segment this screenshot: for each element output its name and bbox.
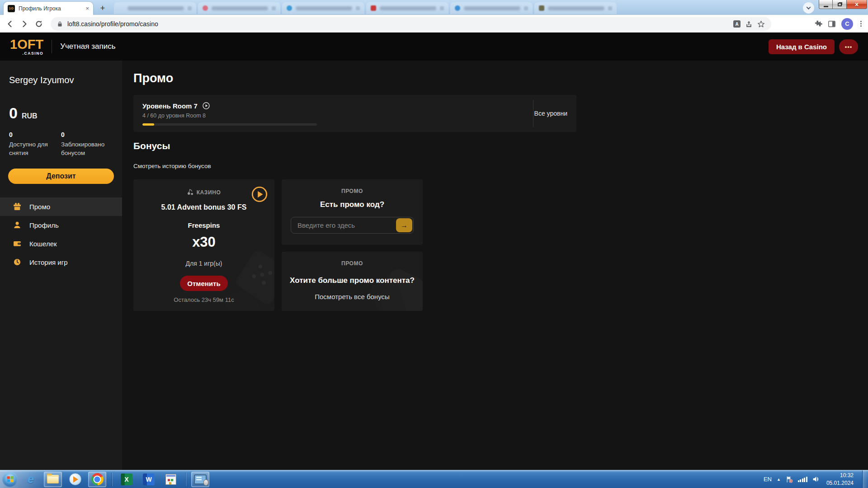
deposit-button[interactable]: Депозит	[8, 169, 114, 184]
all-bonuses-link[interactable]: Посмотреть все бонусы	[282, 293, 423, 300]
legacy-app-icon[interactable]	[162, 472, 180, 487]
bonus-category-label: КАЗИНО	[197, 189, 221, 196]
browser-tab-blurred[interactable]	[282, 2, 364, 14]
tab-close-icon[interactable]	[356, 6, 360, 10]
back-button[interactable]	[4, 18, 16, 30]
url-text: loft8.casino/profile/promo/casino	[67, 20, 158, 28]
tab-close-icon[interactable]	[524, 6, 528, 10]
level-title: Уровень Room 7	[142, 102, 198, 110]
start-button[interactable]	[2, 472, 18, 487]
word-icon[interactable]: W	[140, 472, 158, 487]
promo-code-input[interactable]	[291, 217, 414, 234]
blurred-tab-title	[464, 6, 520, 10]
chrome-icon[interactable]	[88, 472, 106, 487]
balance-value: 0	[9, 104, 18, 122]
bookmark-star-icon[interactable]	[757, 20, 765, 28]
show-desktop-button[interactable]	[862, 470, 868, 488]
close-window-button[interactable]: ×	[847, 0, 867, 9]
action-center-flag-icon[interactable]	[786, 476, 793, 483]
minimize-button[interactable]	[819, 0, 833, 9]
user-icon	[13, 221, 22, 230]
language-indicator[interactable]: EN	[764, 476, 772, 483]
level-progress-fill	[142, 123, 154, 126]
loft-casino-logo[interactable]: 1OFT .CASINO	[10, 38, 43, 56]
display-app-icon[interactable]	[191, 472, 209, 487]
sidebar-item-promo[interactable]: Промо	[0, 197, 122, 216]
minimize-icon	[824, 6, 828, 7]
tab-search-button[interactable]	[803, 2, 814, 14]
balance-currency: RUB	[22, 112, 38, 120]
promo-code-card: ПРОМО Есть промо код? →	[282, 179, 423, 245]
tab-close-icon[interactable]	[188, 6, 192, 10]
bonus-play-button[interactable]	[251, 186, 268, 203]
translate-icon[interactable]: A	[733, 20, 741, 28]
bonus-history-link[interactable]: Смотреть историю бонусов	[133, 163, 211, 169]
sidebar-menu: Промо Профиль Кошелек	[0, 197, 122, 272]
tab-close-icon[interactable]	[608, 6, 612, 10]
tab-favicon-icon	[455, 5, 460, 11]
browser-tab-blurred[interactable]	[366, 2, 448, 14]
tab-close-icon[interactable]: ×	[85, 5, 89, 11]
browser-menu-button[interactable]	[859, 19, 863, 28]
sidebar-item-game-history[interactable]: История игр	[0, 253, 122, 272]
blurred-tab-title	[296, 6, 352, 10]
share-icon[interactable]	[745, 20, 753, 28]
browser-tab-active[interactable]: 1O Профиль Игрока ×	[4, 2, 93, 15]
tray-expand-icon[interactable]: ▲	[777, 477, 781, 482]
bonus-type: Freespins	[133, 221, 274, 229]
logo-text: 1OFT	[10, 38, 43, 51]
reload-button[interactable]	[33, 18, 45, 30]
volume-icon[interactable]	[812, 476, 820, 483]
profile-avatar[interactable]: C	[841, 18, 853, 30]
excel-icon[interactable]: X	[118, 472, 136, 487]
address-bar[interactable]: loft8.casino/profile/promo/casino A	[51, 17, 771, 31]
chevron-down-icon	[807, 5, 811, 9]
sidebar-item-label: История игр	[29, 258, 68, 266]
tab-close-icon[interactable]	[272, 6, 276, 10]
taskbar-separator	[112, 473, 112, 486]
promo-category-label: ПРОМО	[341, 188, 363, 194]
sidebar-item-label: Промо	[29, 203, 50, 211]
page-title: Промо	[133, 71, 868, 85]
browser-tab-blurred[interactable]	[114, 2, 196, 14]
back-to-casino-button[interactable]: Назад в Casino	[769, 39, 835, 54]
internet-explorer-icon[interactable]: e	[22, 472, 40, 487]
sidebar-item-label: Профиль	[29, 221, 59, 229]
back-icon	[9, 21, 11, 27]
promo-code-title: Есть промо код?	[282, 200, 423, 209]
sidebar-item-label: Кошелек	[29, 240, 57, 248]
browser-tab-blurred[interactable]	[534, 2, 617, 14]
browser-tab-blurred[interactable]	[450, 2, 533, 14]
media-player-icon[interactable]	[66, 472, 84, 487]
all-levels-link[interactable]: Все уровни	[534, 110, 567, 117]
site-header: 1OFT .CASINO Учетная запись Назад в Casi…	[0, 33, 868, 61]
cancel-bonus-button[interactable]: Отменить	[180, 276, 228, 291]
header-more-button[interactable]: •••	[839, 39, 858, 54]
taskbar-separator	[185, 473, 186, 486]
promo-code-submit-button[interactable]: →	[396, 218, 412, 232]
restore-button[interactable]	[833, 0, 847, 9]
browser-tab-blurred[interactable]	[198, 2, 280, 14]
forward-button[interactable]	[18, 18, 31, 30]
taskbar-clock[interactable]: 10:32 05.01.2024	[826, 472, 854, 486]
more-promo-title: Хотите больше промо контента?	[282, 276, 423, 285]
tab-favicon-icon	[287, 5, 292, 11]
level-info-play-icon[interactable]	[202, 102, 210, 110]
clock-icon	[13, 258, 22, 267]
balance: 0 RUB	[9, 104, 122, 122]
side-panel-icon[interactable]	[828, 20, 836, 28]
tab-favicon-icon	[539, 5, 544, 11]
tab-favicon-icon	[371, 5, 376, 11]
network-signal-icon[interactable]	[798, 477, 807, 482]
tab-favicon-icon	[118, 5, 124, 11]
sidebar-item-profile[interactable]: Профиль	[0, 216, 122, 235]
extensions-puzzle-icon[interactable]	[814, 20, 822, 28]
tab-close-icon[interactable]	[440, 6, 444, 10]
restore-icon	[838, 3, 842, 6]
new-tab-button[interactable]: +	[97, 3, 108, 14]
system-tray: EN ▲ 10:32 05.01.2024	[764, 470, 868, 488]
sidebar-item-wallet[interactable]: Кошелек	[0, 235, 122, 253]
file-explorer-icon[interactable]	[44, 472, 62, 487]
loft-favicon-icon: 1O	[8, 5, 15, 12]
level-progress-text: 4 / 60 до уровня Room 8	[142, 113, 567, 119]
